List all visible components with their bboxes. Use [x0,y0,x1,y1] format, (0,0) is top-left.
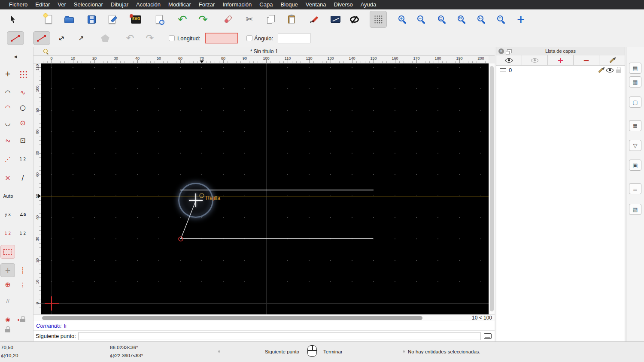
dock-entity-filter-tab[interactable]: ▽ [629,140,641,151]
undo-segment-button[interactable]: ↶ [122,31,139,45]
keyboard-toggle-button[interactable] [483,332,492,340]
zoom-previous-button[interactable] [473,11,490,28]
print-preview-button[interactable] [151,11,168,28]
snap-angle-rays-button[interactable]: // [0,294,15,308]
dock-library-browser-tab[interactable]: ≣ [629,120,641,131]
zoom-window-button[interactable] [492,11,510,28]
layer-visibility-icon[interactable] [606,68,614,72]
detach-panel-icon[interactable] [507,49,512,53]
horizontal-scrollbar[interactable] [41,315,489,321]
snap-endpoint-button[interactable]: ◠ [0,86,15,100]
grid-toggle-button[interactable] [370,11,387,28]
line-two-points-button[interactable] [33,31,50,45]
menu-modificar[interactable]: Modificar [164,0,195,9]
snap-middle-button[interactable]: ◡ [0,116,15,130]
show-all-layers-button[interactable] [496,55,522,65]
construction-mode-button[interactable] [346,11,363,28]
layer-row[interactable]: 0 [496,66,625,75]
exclusive-snap-button[interactable] [0,245,15,259]
current-tool-line-button[interactable] [7,31,24,45]
dock-command-line-tab[interactable]: ▢ [629,97,641,108]
menu-capa[interactable]: Capa [255,0,276,9]
snap-center-button[interactable]: ◠ [0,101,15,115]
menu-ventana[interactable]: Ventana [302,0,330,9]
set-relative-zero-button[interactable]: ⊕ [0,278,15,292]
undo-button[interactable]: ↶ [174,11,191,28]
zoom-redraw-button[interactable] [453,11,470,28]
save-drawing-button[interactable] [83,11,100,28]
restrict-horizontal-button[interactable]: ⋮ [15,278,30,292]
menu-editar[interactable]: Editar [31,0,54,9]
redo-segment-button[interactable]: ↷ [141,31,158,45]
dock-quick-entry-tab[interactable]: ≡ [629,183,641,194]
keyboard-lock-button[interactable] [0,323,15,336]
edit-layer-icon[interactable] [598,67,603,72]
lock-relative-zero-button[interactable] [15,312,30,326]
export-svg-button[interactable]: SVG [128,11,145,28]
polyline-button[interactable] [97,31,114,45]
delete-entities-button[interactable] [219,11,237,28]
snap-intersection-button[interactable]: ⊡ [15,134,30,148]
snap-free-button[interactable]: + [0,67,15,81]
menu-acotacion[interactable]: Acotación [132,0,164,9]
redo-button[interactable]: ↷ [194,11,212,28]
add-layer-button[interactable]: + [548,55,574,65]
snap-order-second-button[interactable]: 1 2 [15,226,30,240]
zoom-pan-button[interactable]: + [512,11,529,28]
snap-center-point-button[interactable]: ⊙ [15,116,30,130]
cut-button[interactable]: ✂ [241,11,258,28]
command-input[interactable] [79,332,480,340]
dock-block-list-tab[interactable]: ▦ [629,76,641,87]
layer-construction-toggle[interactable] [500,68,506,72]
line-angle-button[interactable]: ↔ [53,31,70,45]
vertical-scrollbar-thumb[interactable] [490,66,494,311]
restrict-angle-button[interactable]: / [15,171,30,185]
restrict-nothing-button[interactable]: + [0,263,15,277]
dock-properties-tab[interactable]: ▣ [629,160,641,171]
zoom-out-button[interactable] [413,11,430,28]
angle-checkbox[interactable] [246,35,252,41]
dock-clipboard-tab[interactable]: ▧ [629,204,641,215]
snap-distance-manual-button[interactable]: ⋰ [0,152,15,166]
menu-ver[interactable]: Ver [54,0,70,9]
restrict-vertical-button[interactable]: ┊ [15,263,30,277]
menu-dibujar[interactable]: Dibujar [107,0,132,9]
zoom-in-button[interactable] [394,11,411,28]
menu-bloque[interactable]: Bloque [276,0,301,9]
menu-fichero[interactable]: Fichero [5,0,31,9]
menu-diverso[interactable]: Diverso [330,0,357,9]
menu-forzar[interactable]: Forzar [195,0,219,9]
line-horizontal-button[interactable]: ↗ [73,31,90,45]
menu-ayuda[interactable]: Ayuda [357,0,380,9]
open-drawing-button[interactable] [61,11,78,28]
draft-mode-button[interactable] [327,11,344,28]
snap-auto-button[interactable]: Auto [0,190,16,203]
length-input[interactable] [205,33,238,43]
drawing-canvas[interactable]: Rejilla [41,63,489,314]
snap-grid-button[interactable] [15,67,30,81]
zoom-auto-button[interactable] [433,11,450,28]
snap-on-entity-button[interactable]: ∿ [15,86,30,100]
copy-button[interactable] [261,11,279,28]
angle-input[interactable] [278,33,310,43]
paste-button[interactable] [283,11,300,28]
hide-all-layers-button[interactable] [522,55,548,65]
menu-seleccionar[interactable]: Seleccionar [70,0,107,9]
document-titlebar[interactable]: * Sin título 1 [33,47,495,56]
snap-distance-button[interactable]: ∿ [0,134,15,148]
menu-informacion[interactable]: Información [219,0,255,9]
snap-order-first-button[interactable]: 1 2 [0,226,15,240]
pen-edit-button[interactable] [306,11,323,28]
remove-layer-button[interactable]: − [574,55,599,65]
modify-layer-button[interactable] [599,55,625,65]
close-panel-icon[interactable]: × [498,48,504,54]
coordinate-polar-button[interactable]: ∠a [15,208,30,221]
snap-middle-manual-button[interactable]: 1 2 [15,152,30,166]
new-drawing-button[interactable] [40,11,57,28]
length-checkbox[interactable] [169,35,175,41]
coordinate-cartesian-button[interactable]: y x [0,208,15,221]
vertical-scrollbar[interactable] [489,63,495,314]
edit-drawing-button[interactable] [103,11,121,28]
select-pointer-button[interactable] [5,11,22,28]
snap-circle-button[interactable]: ○ [15,101,30,115]
